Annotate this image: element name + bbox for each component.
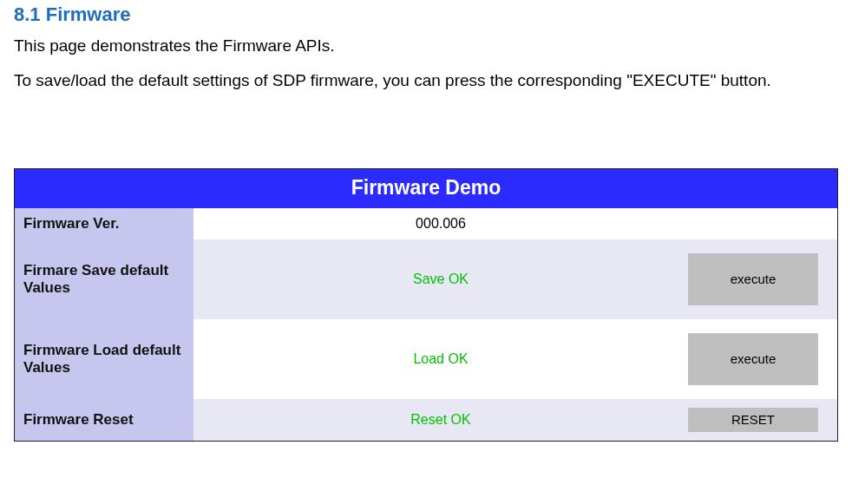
row-save-default: Firmare Save default Values Save OK exec…	[15, 239, 837, 319]
reset-button[interactable]: RESET	[688, 408, 818, 432]
row-firmware-version: Firmware Ver. 000.006	[15, 208, 837, 239]
intro-paragraph-2: To save/load the default settings of SDP…	[14, 71, 838, 90]
panel-title: Firmware Demo	[15, 169, 837, 208]
label-save-default: Firmare Save default Values	[15, 239, 193, 319]
value-firmware-version: 000.006	[193, 213, 688, 235]
label-load-default: Firmware Load default Values	[15, 319, 193, 399]
execute-load-button[interactable]: execute	[688, 333, 818, 385]
section-heading: 8.1 Firmware	[14, 3, 838, 26]
value-save-default: Save OK	[193, 268, 688, 291]
label-reset: Firmware Reset	[15, 399, 193, 441]
row-reset: Firmware Reset Reset OK RESET	[15, 399, 837, 441]
execute-save-button[interactable]: execute	[688, 253, 818, 305]
value-load-default: Load OK	[193, 348, 688, 370]
label-firmware-version: Firmware Ver.	[15, 208, 193, 239]
intro-paragraph-1: This page demonstrates the Firmware APIs…	[14, 36, 838, 56]
row-load-default: Firmware Load default Values Load OK exe…	[15, 319, 837, 399]
value-reset: Reset OK	[193, 409, 688, 431]
firmware-demo-panel: Firmware Demo Firmware Ver. 000.006 Firm…	[14, 168, 838, 442]
